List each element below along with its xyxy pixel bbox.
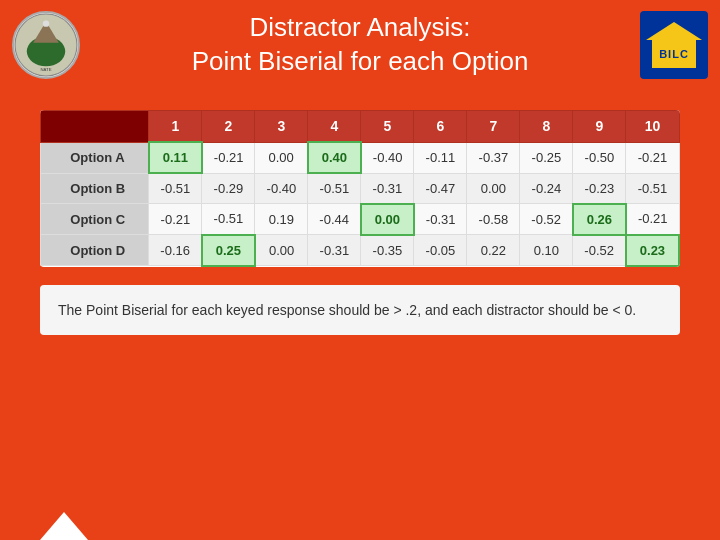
- table-col-3: 3: [255, 111, 308, 143]
- table-header-label: [41, 111, 149, 143]
- cell-value: -0.23: [573, 173, 626, 204]
- cell-value: -0.31: [414, 204, 467, 235]
- cell-value: -0.29: [202, 173, 255, 204]
- cell-value: 0.00: [467, 173, 520, 204]
- cell-value: 0.25: [202, 235, 255, 266]
- table-header-row: 1 2 3 4 5 6 7 8 9 10: [41, 111, 680, 143]
- table-col-8: 8: [520, 111, 573, 143]
- data-table-container: 1 2 3 4 5 6 7 8 9 10 Option A0.11-0.210.…: [40, 110, 680, 267]
- table-row: Option D-0.160.250.00-0.31-0.35-0.050.22…: [41, 235, 680, 266]
- cell-value: 0.00: [255, 235, 308, 266]
- cell-value: 0.00: [255, 142, 308, 173]
- page-title: Distractor Analysis: Point Biserial for …: [192, 11, 529, 79]
- table-col-2: 2: [202, 111, 255, 143]
- main-content: 1 2 3 4 5 6 7 8 9 10 Option A0.11-0.210.…: [0, 90, 720, 540]
- cell-value: -0.31: [308, 235, 361, 266]
- table-col-5: 5: [361, 111, 414, 143]
- bottom-decoration: [40, 512, 88, 540]
- table-col-4: 4: [308, 111, 361, 143]
- cell-value: -0.51: [149, 173, 202, 204]
- cell-value: 0.40: [308, 142, 361, 173]
- svg-point-3: [43, 20, 49, 26]
- page-header: NATE Distractor Analysis: Point Biserial…: [0, 0, 720, 90]
- table-col-9: 9: [573, 111, 626, 143]
- left-logo: NATE: [12, 11, 80, 79]
- cell-value: -0.51: [626, 173, 679, 204]
- cell-value: -0.35: [361, 235, 414, 266]
- cell-value: -0.25: [520, 142, 573, 173]
- cell-value: -0.21: [626, 204, 679, 235]
- cell-value: -0.51: [308, 173, 361, 204]
- row-label: Option A: [41, 142, 149, 173]
- cell-value: -0.50: [573, 142, 626, 173]
- table-col-10: 10: [626, 111, 679, 143]
- table-col-1: 1: [149, 111, 202, 143]
- table-row: Option A0.11-0.210.000.40-0.40-0.11-0.37…: [41, 142, 680, 173]
- table-col-7: 7: [467, 111, 520, 143]
- cell-value: -0.16: [149, 235, 202, 266]
- info-box: The Point Biserial for each keyed respon…: [40, 285, 680, 335]
- row-label: Option D: [41, 235, 149, 266]
- cell-value: -0.37: [467, 142, 520, 173]
- cell-value: -0.40: [255, 173, 308, 204]
- cell-value: -0.31: [361, 173, 414, 204]
- cell-value: 0.22: [467, 235, 520, 266]
- info-text: The Point Biserial for each keyed respon…: [58, 302, 636, 318]
- cell-value: -0.52: [573, 235, 626, 266]
- cell-value: -0.24: [520, 173, 573, 204]
- row-label: Option C: [41, 204, 149, 235]
- table-row: Option C-0.21-0.510.19-0.440.00-0.31-0.5…: [41, 204, 680, 235]
- cell-value: -0.52: [520, 204, 573, 235]
- table-row: Option B-0.51-0.29-0.40-0.51-0.31-0.470.…: [41, 173, 680, 204]
- cell-value: 0.10: [520, 235, 573, 266]
- cell-value: -0.47: [414, 173, 467, 204]
- cell-value: 0.26: [573, 204, 626, 235]
- cell-value: -0.51: [202, 204, 255, 235]
- bilc-logo: BILC: [640, 11, 708, 79]
- cell-value: -0.05: [414, 235, 467, 266]
- cell-value: 0.19: [255, 204, 308, 235]
- cell-value: -0.11: [414, 142, 467, 173]
- point-biserial-table: 1 2 3 4 5 6 7 8 9 10 Option A0.11-0.210.…: [40, 110, 680, 267]
- cell-value: 0.23: [626, 235, 679, 266]
- cell-value: -0.40: [361, 142, 414, 173]
- cell-value: -0.21: [149, 204, 202, 235]
- cell-value: 0.11: [149, 142, 202, 173]
- svg-text:NATE: NATE: [40, 66, 51, 71]
- row-label: Option B: [41, 173, 149, 204]
- cell-value: -0.21: [626, 142, 679, 173]
- cell-value: -0.21: [202, 142, 255, 173]
- cell-value: -0.58: [467, 204, 520, 235]
- cell-value: -0.44: [308, 204, 361, 235]
- table-col-6: 6: [414, 111, 467, 143]
- cell-value: 0.00: [361, 204, 414, 235]
